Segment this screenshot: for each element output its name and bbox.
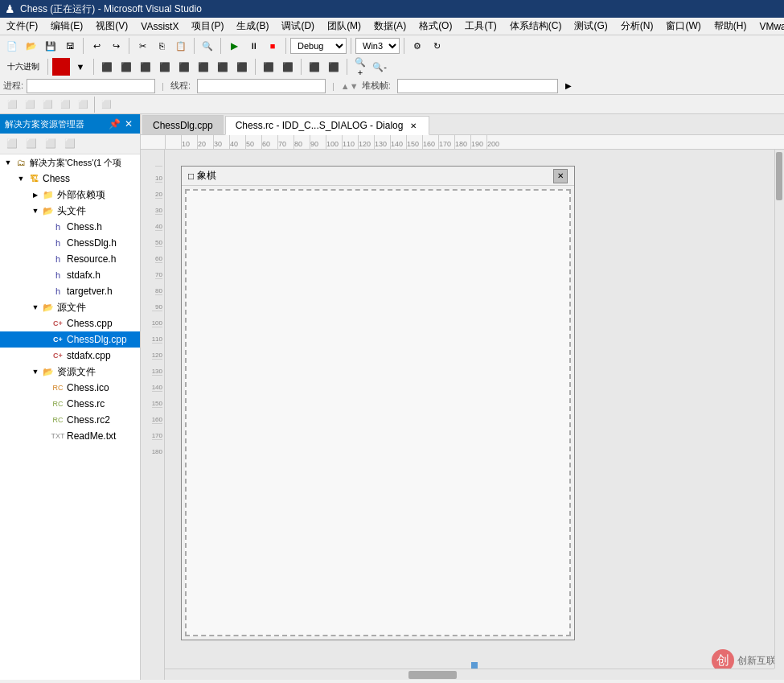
- size-btn[interactable]: ⬛: [195, 58, 212, 76]
- menu-data[interactable]: 数据(A): [367, 18, 413, 35]
- status-sep-1: |: [162, 81, 164, 91]
- find-btn[interactable]: 🔍: [199, 37, 216, 55]
- resize-handle-bottom[interactable]: [471, 662, 478, 669]
- color-btn[interactable]: [52, 58, 70, 76]
- spacing-btn[interactable]: ⬛: [214, 58, 232, 76]
- tree-sources[interactable]: ▼ 📂 源文件: [0, 299, 140, 315]
- sidebar-close-btn[interactable]: ✕: [122, 117, 135, 130]
- tree-stdafx-cpp[interactable]: C+ stdafx.cpp: [0, 348, 140, 364]
- h-scrollbar-thumb[interactable]: [408, 671, 457, 679]
- tree-chess-ico[interactable]: RC Chess.ico: [0, 380, 140, 396]
- watch-btn-6[interactable]: ⬜: [97, 96, 115, 113]
- menu-project[interactable]: 项目(P): [185, 18, 230, 35]
- menu-help[interactable]: 帮助(H): [708, 18, 753, 35]
- tree-headers[interactable]: ▼ 📂 头文件: [0, 203, 140, 219]
- align-top-btn[interactable]: ⬛: [156, 58, 174, 76]
- stack-input[interactable]: [397, 79, 558, 93]
- start-debug-btn[interactable]: ▶: [225, 37, 243, 55]
- dialog-body[interactable]: [185, 189, 571, 636]
- stack-go-btn[interactable]: ▶: [560, 77, 577, 95]
- tab-chess-rc-close[interactable]: ✕: [408, 120, 419, 131]
- tab-chess-rc[interactable]: Chess.rc - IDD_C...S_DIALOG - Dialog ✕: [225, 116, 430, 135]
- menu-file[interactable]: 文件(F): [0, 18, 44, 35]
- toggle-rulers-btn[interactable]: ⬛: [325, 58, 343, 76]
- properties-btn[interactable]: ⚙: [408, 37, 426, 55]
- menu-debug[interactable]: 调试(D): [275, 18, 321, 35]
- dialog-canvas[interactable]: □ 象棋 ✕: [165, 150, 784, 680]
- test-dialog-btn[interactable]: ⬛: [279, 58, 297, 76]
- chess-h-arrow: [45, 220, 51, 233]
- watch-btn-4[interactable]: ⬜: [56, 96, 74, 113]
- new-project-btn[interactable]: 📄: [3, 37, 21, 55]
- hex-btn[interactable]: 十六进制: [3, 58, 43, 76]
- tree-resources[interactable]: ▼ 📂 资源文件: [0, 364, 140, 380]
- tree-chess-rc2[interactable]: RC Chess.rc2: [0, 412, 140, 428]
- v-scrollbar-thumb[interactable]: [776, 152, 782, 200]
- config-select[interactable]: Debug: [290, 38, 347, 54]
- save-all-btn[interactable]: 🖫: [61, 37, 79, 55]
- solution-refresh-btn[interactable]: ⬜: [61, 135, 79, 153]
- menu-analyze[interactable]: 分析(N): [614, 18, 660, 35]
- copy-btn[interactable]: ⎘: [153, 37, 170, 55]
- watch-btn-2[interactable]: ⬜: [21, 96, 39, 113]
- tree-targetver-h[interactable]: h targetver.h: [0, 283, 140, 299]
- zoom-in-btn[interactable]: 🔍+: [351, 58, 369, 76]
- open-btn[interactable]: 📂: [23, 37, 40, 55]
- dialog-close-button[interactable]: ✕: [553, 169, 568, 183]
- paste-btn[interactable]: 📋: [172, 37, 190, 55]
- stop-btn[interactable]: ■: [264, 37, 281, 55]
- solution-filter-btn[interactable]: ⬜: [42, 135, 60, 153]
- redo-btn[interactable]: ↪: [107, 37, 125, 55]
- menu-architecture[interactable]: 体系结构(C): [503, 18, 569, 35]
- align-left-btn[interactable]: ⬛: [98, 58, 116, 76]
- tree-readme[interactable]: TXT ReadMe.txt: [0, 428, 140, 444]
- menu-vmware[interactable]: VMware(R): [753, 19, 784, 34]
- color-drop-btn[interactable]: ▼: [72, 58, 89, 76]
- menu-test[interactable]: 测试(G): [568, 18, 614, 35]
- tab-chessdlg-cpp[interactable]: ChessDlg.cpp: [142, 115, 224, 134]
- stdafx-h-icon: h: [51, 269, 64, 282]
- undo-btn[interactable]: ↩: [88, 37, 105, 55]
- refresh-btn[interactable]: ↻: [428, 37, 445, 55]
- progress-input[interactable]: [27, 79, 155, 93]
- solution-properties-btn[interactable]: ⬜: [23, 135, 40, 153]
- save-btn[interactable]: 💾: [42, 37, 60, 55]
- tree-chess-rc[interactable]: RC Chess.rc: [0, 396, 140, 412]
- tree-solution[interactable]: ▼ 🗂 解决方案'Chess'(1 个项: [0, 154, 140, 171]
- pause-btn[interactable]: ⏸: [244, 37, 262, 55]
- solution-new-btn[interactable]: ⬜: [3, 135, 21, 153]
- watch-btn-5[interactable]: ⬜: [74, 96, 92, 113]
- align-center-btn[interactable]: ⬛: [117, 58, 135, 76]
- platform-select[interactable]: Win32: [355, 38, 400, 54]
- align-bottom-btn[interactable]: ⬛: [175, 58, 193, 76]
- tree-resource-h[interactable]: h Resource.h: [0, 251, 140, 267]
- menu-team[interactable]: 团队(M): [321, 18, 367, 35]
- tree-project[interactable]: ▼ 🏗 Chess: [0, 171, 140, 187]
- sidebar-pin-btn[interactable]: 📌: [108, 117, 121, 130]
- tree-chess-h[interactable]: h Chess.h: [0, 219, 140, 235]
- toggle-guides-btn[interactable]: ⬛: [306, 58, 323, 76]
- watch-btn-1[interactable]: ⬜: [3, 96, 21, 113]
- tree-stdafx-h[interactable]: h stdafx.h: [0, 267, 140, 283]
- solution-explorer: 解决方案资源管理器 📌 ✕ ⬜ ⬜ ⬜ ⬜ ▼ 🗂 解决方案'Chess'(1 …: [0, 114, 141, 680]
- tab-order-btn[interactable]: ⬛: [260, 58, 277, 76]
- menu-edit[interactable]: 编辑(E): [44, 18, 89, 35]
- tree-chess-cpp[interactable]: C+ Chess.cpp: [0, 315, 140, 331]
- cut-btn[interactable]: ✂: [133, 37, 151, 55]
- thread-input[interactable]: [197, 79, 326, 93]
- align-right-btn[interactable]: ⬛: [137, 58, 154, 76]
- menu-format[interactable]: 格式(O): [413, 18, 458, 35]
- tree-chessdlg-h[interactable]: h ChessDlg.h: [0, 235, 140, 251]
- grid-btn[interactable]: ⬛: [233, 58, 251, 76]
- h-scrollbar[interactable]: [165, 669, 774, 680]
- menu-vassistx[interactable]: VAssistX: [134, 19, 185, 34]
- menu-view[interactable]: 视图(V): [89, 18, 134, 35]
- tree-chessdlg-cpp[interactable]: C+ ChessDlg.cpp: [0, 331, 140, 348]
- menu-build[interactable]: 生成(B): [230, 18, 275, 35]
- menu-window[interactable]: 窗口(W): [659, 18, 707, 35]
- v-scrollbar[interactable]: [774, 150, 784, 669]
- tree-external[interactable]: ▶ 📁 外部依赖项: [0, 187, 140, 203]
- watch-btn-3[interactable]: ⬜: [39, 96, 56, 113]
- zoom-out-btn[interactable]: 🔍-: [371, 58, 388, 76]
- menu-tools[interactable]: 工具(T): [458, 18, 503, 35]
